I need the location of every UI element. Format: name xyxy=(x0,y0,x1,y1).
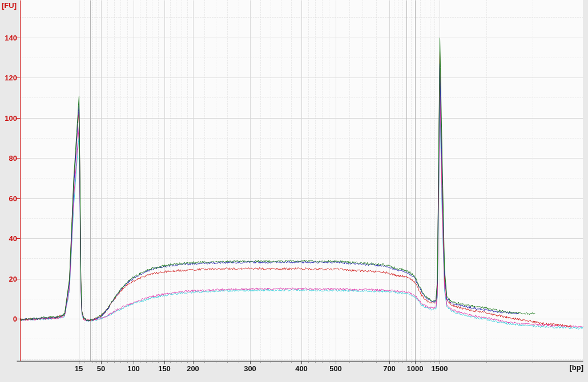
x-tick-label: 700 xyxy=(383,364,396,373)
x-tick-label: 200 xyxy=(187,364,199,373)
y-tick-label: 140 xyxy=(1,33,17,42)
x-tick-label: 500 xyxy=(329,364,342,373)
x-tick-label: 1000 xyxy=(407,364,424,373)
y-tick-label: 20 xyxy=(1,274,17,283)
electropherogram-window: [FU] [bp] 140120100806040200155010015020… xyxy=(0,0,588,382)
y-tick-label: 0 xyxy=(1,315,17,323)
y-tick-label: 100 xyxy=(1,113,17,122)
y-axis-unit-label: [FU] xyxy=(2,2,17,9)
x-tick-label: 1500 xyxy=(432,364,448,373)
x-tick-label: 150 xyxy=(158,364,171,373)
x-tick-label: 100 xyxy=(127,364,140,373)
y-tick-label: 40 xyxy=(1,234,17,243)
x-axis-unit-label: [bp] xyxy=(569,364,583,371)
electropherogram-canvas xyxy=(0,0,588,382)
y-tick-label: 80 xyxy=(1,154,17,162)
x-tick-label: 15 xyxy=(75,364,83,373)
y-tick-label: 60 xyxy=(1,194,17,202)
x-tick-label: 50 xyxy=(97,364,105,373)
y-tick-label: 120 xyxy=(1,74,17,82)
x-tick-label: 400 xyxy=(295,364,308,373)
x-tick-label: 300 xyxy=(244,364,256,373)
